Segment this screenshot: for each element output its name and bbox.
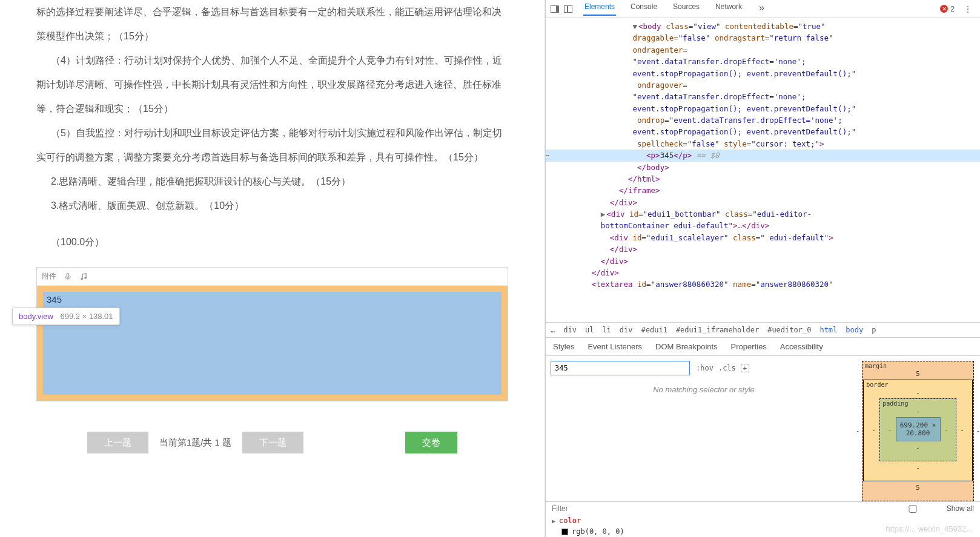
new-style-rule-icon[interactable]: + [741,364,749,372]
bm-border-left[interactable]: - [871,426,876,433]
bc-item[interactable]: #edui1 [641,326,667,334]
rich-text-editor: 附件 345 [36,267,508,401]
error-badge[interactable]: ✕ 2 [940,5,955,13]
styles-subtabs: Styles Event Listeners DOM Breakpoints P… [546,338,980,356]
bm-border-top[interactable]: - [871,389,964,396]
tab-console[interactable]: Console [629,2,658,16]
mic-icon[interactable] [64,272,72,281]
svg-rect-0 [67,273,69,277]
devtools-topbar: Elements Console Sources Network » ✕ 2 ⋮ [546,0,980,18]
computed-pane: Show all ▶ color rgb(0, 0, 0) [546,501,980,537]
tooltip-dimensions: 699.2 × 138.01 [60,312,113,321]
question-position: 当前第1题/共 1 题 [159,437,231,449]
para-4: （4）计划路径：行动计划对保持个人优势、加强个人不足、全面提升个人竞争力有针对性… [36,48,508,121]
bm-padding-bottom[interactable]: - [887,444,948,451]
show-all-checkbox[interactable] [882,505,943,513]
device-toggle-icon[interactable] [564,5,572,13]
color-swatch[interactable] [561,529,568,535]
cls-toggle[interactable]: .cls [718,364,736,372]
bm-margin-top[interactable]: 5 [870,370,966,377]
prop-name: color [559,516,581,525]
devtools-panel: Elements Console Sources Network » ✕ 2 ⋮… [545,0,980,537]
stab-styles[interactable]: Styles [553,342,574,351]
bm-border-right[interactable]: - [960,426,965,433]
tab-elements[interactable]: Elements [583,2,616,16]
svg-point-2 [85,277,86,278]
bm-margin-left[interactable]: - [856,427,859,434]
tab-network[interactable]: Network [714,2,743,16]
bc-item[interactable]: #ueditor_0 [767,326,811,334]
error-count: 2 [950,5,955,13]
toolbar-attachment-label[interactable]: 附件 [42,271,56,282]
box-model: margin 5 - border - - padding - [862,361,974,501]
bc-item[interactable]: ul [585,326,594,334]
bc-item[interactable]: body [846,326,863,334]
page-content-pane[interactable]: 标的选择过程要阐述详尽、合乎逻辑，备选目标与首选目标要有一定的相关联系性，能正确… [0,0,545,537]
bc-item-current[interactable]: p [872,326,876,334]
tab-sources[interactable]: Sources [672,2,701,16]
dom-breadcrumb[interactable]: … div ul li div #edui1 #edui1_iframehold… [546,322,980,338]
bm-padding-top[interactable]: - [887,407,948,415]
styles-pane: :hov .cls + No matching selector or styl… [546,356,862,501]
stab-accessibility[interactable]: Accessibility [780,342,823,351]
inspect-icon[interactable] [551,5,559,13]
dom-selected-node[interactable]: <p>345</p> == $0 [546,150,980,161]
bm-border-bottom[interactable]: - [871,464,964,471]
bm-margin-bottom[interactable]: 5 [870,484,966,491]
bc-item[interactable]: html [819,326,837,334]
submit-button[interactable]: 交卷 [405,432,457,453]
bc-item[interactable]: li [602,326,611,334]
question-nav: 上一题 当前第1题/共 1 题 下一题 交卷 [36,413,508,478]
stab-dom-breakpoints[interactable]: DOM Breakpoints [655,342,718,351]
para-6: 2.思路清晰、逻辑合理，能准确把握职涯设计的核心与关键。（15分） [36,170,508,194]
element-hover-tooltip: body.view 699.2 × 138.01 [12,308,120,325]
next-button[interactable]: 下一题 [242,432,303,453]
bm-padding-right[interactable]: - [944,426,949,433]
no-match-message: No matching selector or style [551,385,857,394]
bc-item[interactable]: div [563,326,577,334]
computed-color-row[interactable]: ▶ color [546,515,980,526]
tabs-overflow-icon[interactable]: » [757,2,767,16]
prev-button[interactable]: 上一题 [87,432,148,453]
error-icon: ✕ [940,5,948,13]
computed-filter-input[interactable] [552,504,612,513]
para-tail: 标的选择过程要阐述详尽、合乎逻辑，备选目标与首选目标要有一定的相关联系性，能正确… [36,0,508,48]
bm-border-label: border [866,381,888,388]
svg-point-1 [81,278,82,279]
bm-margin-right[interactable]: - [976,427,980,434]
total-score: （100.0分） [36,236,508,249]
devtools-menu-icon[interactable]: ⋮ [961,5,975,13]
bc-item[interactable]: div [620,326,633,334]
para-7: 3.格式清晰、版面美观、创意新颖。（10分） [36,194,508,218]
disclosure-icon[interactable]: ▶ [552,518,555,524]
bm-margin-label: margin [865,363,887,369]
hov-toggle[interactable]: :hov [696,364,713,372]
question-body: 标的选择过程要阐述详尽、合乎逻辑，备选目标与首选目标要有一定的相关联系性，能正确… [36,0,508,218]
tooltip-selector: body.view [19,312,53,321]
editor-toolbar: 附件 [37,268,508,286]
dom-tree[interactable]: ▼<body class="view" contenteditable="tru… [546,18,980,322]
stab-event-listeners[interactable]: Event Listeners [588,342,642,351]
para-5: （5）自我监控：对行动计划和职业目标设定评估方案，能够对行动计划实施过程和风险作… [36,121,508,170]
stab-properties[interactable]: Properties [731,342,767,351]
prop-value: rgb(0, 0, 0) [572,527,624,536]
editor-body-highlight[interactable]: 345 [37,286,508,401]
music-icon[interactable] [79,272,88,281]
show-all-toggle[interactable]: Show all [882,504,974,513]
styles-filter-input[interactable] [551,361,690,375]
bm-padding-left[interactable]: - [887,426,892,433]
devtools-tabs: Elements Console Sources Network » [583,2,767,16]
bm-padding-label: padding [882,400,908,407]
bm-content-size[interactable]: 699.200 × 20.800 [896,417,941,441]
bc-overflow[interactable]: … [551,326,555,334]
bc-item[interactable]: #edui1_iframeholder [676,326,759,334]
